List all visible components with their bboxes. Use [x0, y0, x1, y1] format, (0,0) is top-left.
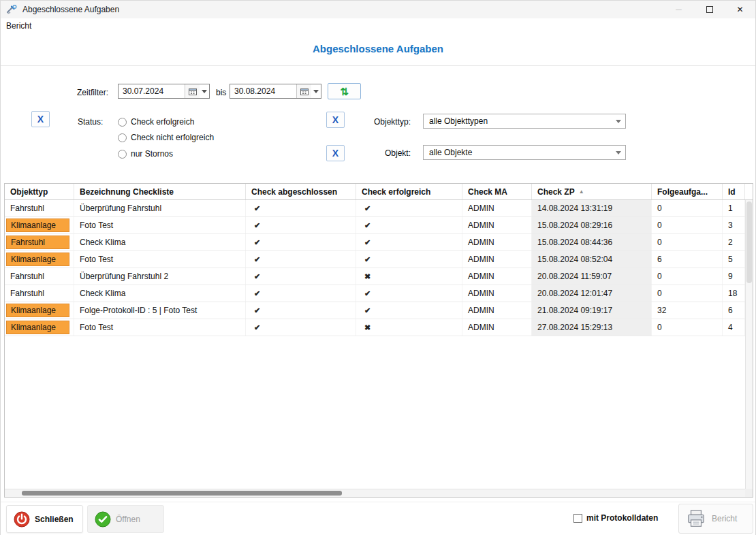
- radio-check-erfolgreich[interactable]: Check erfolgreich: [118, 117, 194, 127]
- date-from-input[interactable]: 30.07.2024: [118, 84, 210, 99]
- minimize-button[interactable]: ─: [663, 1, 694, 18]
- cell-check-abgeschlossen: ✔: [246, 285, 356, 302]
- radio-label: Check erfolgreich: [131, 117, 194, 127]
- cell-check-abgeschlossen: ✔: [246, 200, 356, 216]
- refresh-icon: ⇅: [340, 86, 349, 97]
- maximize-button[interactable]: [694, 1, 725, 18]
- cell-objekttyp: Fahrstuhl: [5, 234, 74, 250]
- cell-check-erfolgreich: ✔: [356, 200, 462, 216]
- horizontal-scrollbar[interactable]: [5, 489, 745, 497]
- cell-check-abgeschlossen: ✔: [246, 302, 356, 319]
- cell-id: 9: [723, 268, 745, 285]
- table-body: FahrstuhlÜberprüfung Fahrstuhl✔✔ADMIN14.…: [5, 200, 745, 489]
- table-row[interactable]: FahrstuhlCheck Klima✔✔ADMIN15.08.2024 08…: [5, 234, 745, 251]
- oeffnen-button[interactable]: Öffnen: [87, 505, 164, 533]
- cell-check-ma: ADMIN: [462, 285, 532, 302]
- objekttyp-select[interactable]: alle Objekttypen: [423, 114, 626, 129]
- column-header-check-ma[interactable]: Check MA: [462, 184, 532, 199]
- cell-check-zp: 14.08.2024 13:31:19: [532, 200, 652, 216]
- cell-id: 5: [723, 251, 745, 268]
- chevron-down-icon: [612, 151, 625, 155]
- check-icon: ✔: [364, 289, 371, 298]
- cell-check-zp: 21.08.2024 09:19:17: [532, 302, 652, 319]
- date-to-input[interactable]: 30.08.2024: [230, 84, 321, 99]
- check-icon: ✔: [254, 289, 260, 298]
- app-window: Abgeschlossene Aufgaben ─ ✕ Bericht Abge…: [0, 0, 756, 535]
- refresh-button[interactable]: ⇅: [328, 83, 361, 99]
- check-icon: ✔: [254, 272, 260, 281]
- table-row[interactable]: FahrstuhlÜberprüfung Fahrstuhl 2✔✖ADMIN2…: [5, 268, 745, 285]
- column-header-bezeichnung-checkliste[interactable]: Bezeichnung Checkliste: [74, 184, 246, 199]
- cell-check-erfolgreich: ✖: [356, 319, 462, 336]
- cell-id: 18: [723, 285, 745, 302]
- vertical-scrollbar[interactable]: [745, 200, 753, 489]
- clear-objekt-filter-button[interactable]: X: [326, 145, 345, 161]
- column-header-check-zp[interactable]: Check ZP▲: [532, 184, 652, 199]
- radio-nur-stornos[interactable]: nur Stornos: [118, 149, 173, 159]
- objekt-select[interactable]: alle Objekte: [423, 145, 626, 160]
- table-row[interactable]: FahrstuhlCheck Klima✔✔ADMIN20.08.2024 12…: [5, 285, 745, 302]
- cell-folgeaufgaben: 0: [652, 234, 723, 250]
- table-row[interactable]: KlimaanlageFolge-Protokoll-ID : 5 | Foto…: [5, 302, 745, 319]
- maximize-icon: [706, 6, 713, 13]
- bericht-label: Bericht: [712, 514, 737, 523]
- sort-ascending-icon: ▲: [579, 189, 584, 195]
- date-from-dropdown-icon[interactable]: [200, 84, 209, 98]
- app-icon: [6, 4, 17, 15]
- schliessen-button[interactable]: Schließen: [6, 505, 83, 533]
- cell-bezeichnung: Überprüfung Fahrstuhl 2: [74, 268, 246, 285]
- table-row[interactable]: KlimaanlageFoto Test✔✔ADMIN15.08.2024 08…: [5, 251, 745, 268]
- schliessen-label: Schließen: [35, 515, 74, 524]
- check-icon: ✔: [254, 238, 260, 247]
- check-icon: ✔: [364, 238, 371, 247]
- scrollbar-corner: [745, 489, 753, 497]
- table-row[interactable]: KlimaanlageFoto Test✔✔ADMIN15.08.2024 08…: [5, 217, 745, 234]
- page-title: Abgeschlossene Aufgaben: [1, 43, 755, 54]
- cell-objekttyp: Klimaanlage: [5, 217, 74, 233]
- radio-label: Check nicht erfolgreich: [131, 133, 214, 142]
- check-icon: ✔: [254, 204, 260, 213]
- objekttyp-selected-value: alle Objekttypen: [424, 116, 612, 126]
- column-header-check-abgeschlossen[interactable]: Check abgeschlossen: [246, 184, 356, 199]
- cross-icon: ✖: [364, 323, 371, 332]
- protokolldaten-checkbox[interactable]: [573, 514, 582, 523]
- window-title: Abgeschlossene Aufgaben: [22, 5, 119, 14]
- cell-check-ma: ADMIN: [462, 217, 532, 233]
- bericht-button[interactable]: Bericht: [678, 504, 753, 534]
- close-button[interactable]: ✕: [725, 1, 755, 18]
- menubar: Bericht: [1, 18, 755, 33]
- table-row[interactable]: KlimaanlageFoto Test✔✖ADMIN27.08.2024 15…: [5, 319, 745, 336]
- cell-bezeichnung: Check Klima: [74, 234, 246, 250]
- status-label: Status:: [78, 117, 103, 127]
- cell-id: 1: [723, 200, 745, 216]
- calendar-icon[interactable]: [185, 84, 200, 98]
- column-header-id[interactable]: Id: [723, 184, 745, 199]
- calendar-icon[interactable]: [296, 84, 311, 98]
- check-icon: ✔: [254, 221, 260, 230]
- table-row[interactable]: FahrstuhlÜberprüfung Fahrstuhl✔✔ADMIN14.…: [5, 200, 745, 217]
- cell-bezeichnung: Foto Test: [74, 251, 246, 268]
- vertical-scrollbar-thumb[interactable]: [746, 201, 752, 283]
- window-controls: ─ ✕: [663, 1, 755, 18]
- cell-check-zp: 20.08.2024 11:59:07: [532, 268, 652, 285]
- horizontal-scrollbar-thumb[interactable]: [22, 491, 342, 496]
- power-icon: [14, 511, 30, 528]
- date-to-value: 30.08.2024: [230, 86, 296, 96]
- objekttyp-highlight: Klimaanlage: [6, 253, 69, 266]
- objekttyp-highlight: Klimaanlage: [6, 218, 69, 232]
- protokolldaten-option[interactable]: mit Protokolldaten: [573, 513, 658, 523]
- column-header-check-erfolgreich[interactable]: Check erfolgreich: [356, 184, 462, 199]
- cell-check-zp: 15.08.2024 08:44:36: [532, 234, 652, 250]
- radio-check-nicht-erfolgreich[interactable]: Check nicht erfolgreich: [118, 133, 214, 142]
- column-header-folgeaufga[interactable]: Folgeaufga...: [652, 184, 723, 199]
- cell-check-erfolgreich: ✖: [356, 268, 462, 285]
- printer-icon: [686, 509, 706, 528]
- clear-status-filter-button[interactable]: X: [31, 111, 50, 127]
- column-header-objekttyp[interactable]: Objekttyp: [5, 184, 74, 199]
- clear-objekttyp-filter-button[interactable]: X: [326, 112, 345, 128]
- menu-bericht[interactable]: Bericht: [1, 20, 37, 32]
- radio-label: nur Stornos: [131, 149, 173, 159]
- cell-check-zp: 15.08.2024 08:52:04: [532, 251, 652, 268]
- cell-check-ma: ADMIN: [462, 302, 532, 319]
- date-to-dropdown-icon[interactable]: [311, 84, 321, 98]
